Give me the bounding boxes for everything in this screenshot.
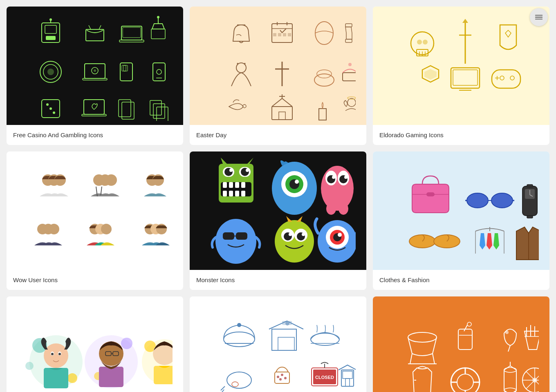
svg-point-132 — [326, 203, 336, 215]
svg-point-171 — [67, 373, 77, 383]
svg-rect-51 — [345, 24, 352, 27]
svg-rect-13 — [119, 40, 144, 42]
svg-text:CLOSED: CLOSED — [315, 375, 334, 380]
svg-point-172 — [25, 362, 34, 370]
card-wowuser-image — [7, 151, 183, 270]
card-clothes-image — [373, 151, 549, 270]
svg-point-97 — [49, 224, 59, 234]
card-clothes[interactable]: Clothes & Fashion — [373, 151, 549, 290]
svg-rect-116 — [223, 191, 227, 196]
svg-rect-40 — [157, 107, 168, 121]
svg-point-59 — [348, 63, 352, 66]
svg-rect-195 — [272, 329, 296, 350]
card-eldorado[interactable]: Eldorado Gaming Icons — [373, 7, 549, 145]
svg-point-246 — [532, 378, 537, 383]
card-food[interactable]: CLOSED Food & Restaurant Icons — [190, 296, 366, 392]
svg-rect-151 — [426, 192, 435, 196]
svg-rect-216 — [345, 379, 350, 386]
svg-line-218 — [410, 354, 412, 364]
svg-rect-115 — [241, 182, 245, 188]
svg-rect-119 — [241, 191, 245, 196]
svg-rect-46 — [273, 33, 276, 36]
svg-rect-191 — [154, 366, 173, 384]
svg-rect-174 — [44, 368, 68, 388]
svg-point-19 — [47, 69, 54, 75]
svg-rect-117 — [229, 191, 233, 196]
svg-line-222 — [464, 325, 467, 331]
svg-rect-118 — [235, 191, 239, 196]
svg-point-178 — [58, 353, 61, 355]
svg-rect-12 — [123, 27, 141, 38]
svg-point-70 — [417, 40, 422, 45]
svg-point-124 — [295, 180, 299, 184]
svg-line-10 — [99, 25, 101, 29]
svg-point-177 — [51, 353, 54, 355]
svg-rect-80 — [453, 70, 478, 85]
svg-rect-136 — [236, 232, 247, 240]
svg-rect-11 — [121, 26, 142, 40]
svg-rect-34 — [84, 100, 104, 114]
svg-point-110 — [246, 169, 249, 172]
svg-point-217 — [408, 332, 437, 342]
svg-point-67 — [348, 97, 356, 99]
svg-rect-39 — [153, 104, 165, 118]
svg-point-208 — [284, 377, 287, 379]
svg-rect-65 — [319, 109, 326, 120]
svg-marker-78 — [424, 69, 437, 80]
svg-point-53 — [236, 63, 246, 73]
svg-rect-47 — [278, 33, 281, 36]
svg-line-9 — [89, 25, 91, 29]
svg-rect-35 — [82, 114, 106, 116]
card-easter-label: Easter Day — [190, 125, 366, 145]
svg-rect-4 — [45, 25, 56, 33]
svg-point-71 — [423, 40, 428, 45]
menu-button[interactable] — [530, 8, 548, 26]
card-eldorado-image — [373, 7, 549, 125]
svg-point-92 — [105, 174, 117, 186]
svg-point-128 — [332, 176, 335, 179]
svg-point-15 — [157, 16, 159, 18]
svg-rect-215 — [343, 371, 352, 379]
svg-rect-82 — [492, 70, 520, 88]
card-clothes-label: Clothes & Fashion — [373, 270, 549, 290]
svg-rect-162 — [527, 185, 533, 187]
svg-point-209 — [279, 378, 282, 381]
svg-rect-183 — [99, 367, 123, 387]
svg-point-141 — [289, 233, 292, 236]
svg-rect-48 — [283, 33, 286, 36]
svg-rect-52 — [345, 39, 352, 42]
svg-point-84 — [510, 76, 514, 80]
svg-rect-114 — [235, 182, 239, 188]
card-monster[interactable]: Monster Icons — [190, 151, 366, 290]
svg-point-173 — [44, 343, 68, 368]
svg-rect-23 — [83, 78, 107, 80]
svg-point-66 — [348, 98, 356, 107]
svg-point-28 — [157, 69, 161, 74]
card-food-image: CLOSED — [190, 296, 366, 392]
svg-point-201 — [227, 372, 251, 388]
svg-point-238 — [504, 368, 516, 372]
svg-rect-64 — [279, 112, 285, 120]
svg-point-6 — [49, 18, 52, 21]
card-avatar-image — [7, 296, 183, 392]
card-avatar[interactable]: Avatar Icons — [7, 296, 183, 392]
icon-pack-grid: Free Casino And Gambling Icons — [0, 0, 556, 392]
card-wowuser[interactable]: Wow User Icons — [7, 151, 183, 290]
card-casino[interactable]: Free Casino And Gambling Icons — [7, 7, 183, 145]
svg-point-180 — [121, 338, 132, 349]
card-monster-image — [190, 151, 366, 270]
svg-rect-58 — [343, 73, 356, 81]
card-bbq-image — [373, 296, 549, 392]
card-easter[interactable]: Easter Day — [190, 7, 366, 145]
svg-rect-61 — [272, 107, 292, 120]
card-casino-image — [7, 7, 183, 125]
card-bbq[interactable]: BBQ & Summer Icons — [373, 296, 549, 392]
svg-point-207 — [281, 374, 283, 376]
svg-rect-221 — [458, 329, 472, 350]
svg-point-103 — [156, 224, 167, 234]
svg-rect-7 — [46, 36, 56, 40]
svg-rect-16 — [151, 29, 165, 39]
svg-point-33 — [53, 111, 55, 114]
card-wowuser-label: Wow User Icons — [7, 270, 183, 290]
svg-rect-161 — [527, 216, 533, 218]
